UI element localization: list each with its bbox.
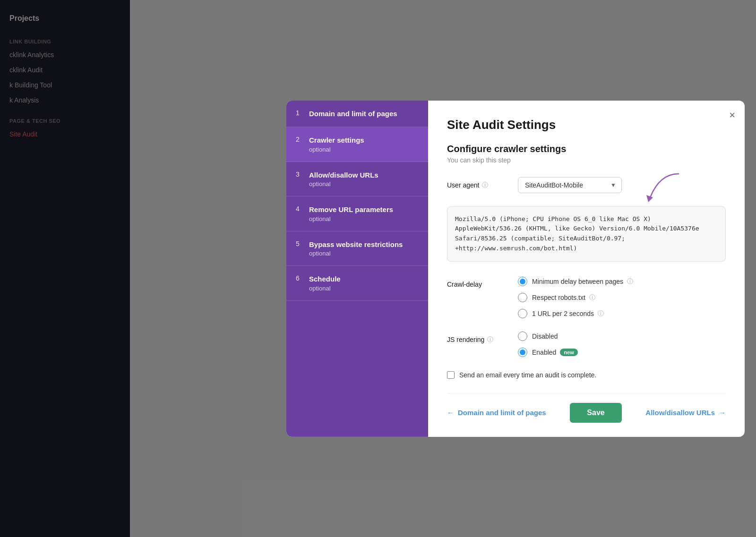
email-checkbox-row: Send an email every time an audit is com…	[447, 371, 726, 379]
steps-panel: 1 Domain and limit of pages 2 Crawler se…	[286, 100, 428, 436]
site-audit-modal: 1 Domain and limit of pages 2 Crawler se…	[286, 100, 745, 436]
user-agent-label: User agent ⓘ	[447, 177, 508, 189]
step-2-number: 2	[296, 136, 303, 143]
step-1-title: Domain and limit of pages	[309, 109, 397, 118]
js-enabled-label: Enabled new	[532, 349, 578, 356]
svg-marker-0	[646, 195, 653, 202]
step-3-title: Allow/disallow URLs	[309, 170, 378, 179]
js-rendering-radio-group: Disabled Enabled new	[518, 332, 726, 357]
js-disabled-label: Disabled	[532, 332, 558, 340]
js-rendering-label: JS rendering ⓘ	[447, 332, 508, 344]
step-5-title: Bypass website restrictions	[309, 239, 403, 249]
save-button[interactable]: Save	[570, 403, 621, 423]
user-agent-control: SiteAuditBot-Desktop SiteAuditBot-Mobile…	[518, 177, 726, 193]
step-5[interactable]: 5 Bypass website restrictions optional	[286, 231, 428, 266]
step-5-number: 5	[296, 239, 303, 247]
js-enabled-radio[interactable]	[518, 348, 527, 357]
js-disabled-option[interactable]: Disabled	[518, 332, 726, 341]
crawl-delay-options: Minimum delay between pages ⓘ Respect ro…	[518, 277, 726, 318]
step-4-number: 4	[296, 205, 303, 213]
step-1-number: 1	[296, 109, 303, 116]
crawl-delay-radio-group: Minimum delay between pages ⓘ Respect ro…	[518, 277, 726, 318]
crawl-delay-label: Crawl-delay	[447, 277, 508, 288]
crawl-delay-option-3[interactable]: 1 URL per 2 seconds ⓘ	[518, 309, 726, 318]
js-disabled-radio[interactable]	[518, 332, 527, 341]
step-3[interactable]: 3 Allow/disallow URLs optional	[286, 162, 428, 196]
section-subtitle: You can skip this step	[447, 156, 726, 163]
ua-string-container: Mozilla/5.0 (iPhone; CPU iPhone OS 6_0 l…	[447, 206, 726, 263]
crawl-delay-info-1[interactable]: ⓘ	[627, 277, 633, 286]
step-4-title: Remove URL parameters	[309, 205, 393, 214]
step-6-title: Schedule	[309, 274, 341, 284]
ua-string-textarea[interactable]: Mozilla/5.0 (iPhone; CPU iPhone OS 6_0 l…	[447, 206, 726, 261]
back-arrow-icon: ←	[447, 409, 454, 417]
js-rendering-row: JS rendering ⓘ Disabled Enabled new	[447, 332, 726, 357]
crawl-delay-option-2[interactable]: Respect robots.txt ⓘ	[518, 293, 726, 302]
user-agent-select-wrapper: SiteAuditBot-Desktop SiteAuditBot-Mobile…	[518, 177, 622, 193]
step-4-content: Remove URL parameters optional	[309, 205, 393, 222]
step-1[interactable]: 1 Domain and limit of pages	[286, 100, 428, 127]
step-1-content: Domain and limit of pages	[309, 109, 397, 118]
step-6-content: Schedule optional	[309, 274, 341, 292]
email-checkbox-label: Send an email every time an audit is com…	[459, 371, 596, 379]
crawl-delay-radio-2[interactable]	[518, 293, 527, 302]
crawl-delay-radio-1[interactable]	[518, 277, 527, 286]
step-6[interactable]: 6 Schedule optional	[286, 266, 428, 301]
crawl-delay-label-1: Minimum delay between pages ⓘ	[532, 277, 633, 286]
modal-footer: ← Domain and limit of pages Save Allow/d…	[447, 393, 726, 423]
modal-title: Site Audit Settings	[447, 117, 726, 132]
step-4-subtitle: optional	[309, 215, 393, 222]
step-2[interactable]: 2 Crawler settings optional	[286, 127, 428, 162]
step-2-title: Crawler settings	[309, 136, 364, 145]
crawl-delay-label-3: 1 URL per 2 seconds ⓘ	[532, 309, 604, 318]
crawl-delay-row: Crawl-delay Minimum delay between pages …	[447, 277, 726, 318]
crawl-delay-option-1[interactable]: Minimum delay between pages ⓘ	[518, 277, 726, 286]
section-title: Configure crawler settings	[447, 143, 726, 154]
user-agent-info-icon[interactable]: ⓘ	[482, 180, 488, 189]
js-rendering-info-icon[interactable]: ⓘ	[487, 335, 493, 344]
content-panel: × Site Audit Settings Configure crawler …	[428, 100, 745, 436]
next-arrow-icon: →	[719, 409, 726, 417]
email-checkbox[interactable]	[447, 371, 455, 379]
crawl-delay-radio-3[interactable]	[518, 309, 527, 318]
js-rendering-options: Disabled Enabled new	[518, 332, 726, 357]
step-3-number: 3	[296, 170, 303, 178]
back-link[interactable]: ← Domain and limit of pages	[447, 409, 546, 417]
step-3-subtitle: optional	[309, 180, 378, 188]
crawl-delay-info-2[interactable]: ⓘ	[589, 293, 595, 302]
next-link[interactable]: Allow/disallow URLs →	[645, 409, 726, 417]
js-enabled-option[interactable]: Enabled new	[518, 348, 726, 357]
step-2-content: Crawler settings optional	[309, 136, 364, 153]
user-agent-select[interactable]: SiteAuditBot-Desktop SiteAuditBot-Mobile…	[518, 177, 622, 193]
step-6-subtitle: optional	[309, 284, 341, 291]
crawl-delay-label-2: Respect robots.txt ⓘ	[532, 293, 595, 302]
step-2-subtitle: optional	[309, 145, 364, 153]
step-5-subtitle: optional	[309, 250, 403, 257]
user-agent-row: User agent ⓘ SiteAuditBot-Desktop SiteAu…	[447, 177, 726, 193]
new-badge: new	[560, 349, 577, 356]
step-5-content: Bypass website restrictions optional	[309, 239, 403, 257]
close-button[interactable]: ×	[729, 110, 735, 120]
step-4[interactable]: 4 Remove URL parameters optional	[286, 196, 428, 231]
step-6-number: 6	[296, 274, 303, 282]
step-3-content: Allow/disallow URLs optional	[309, 170, 378, 188]
crawl-delay-info-3[interactable]: ⓘ	[598, 309, 604, 318]
